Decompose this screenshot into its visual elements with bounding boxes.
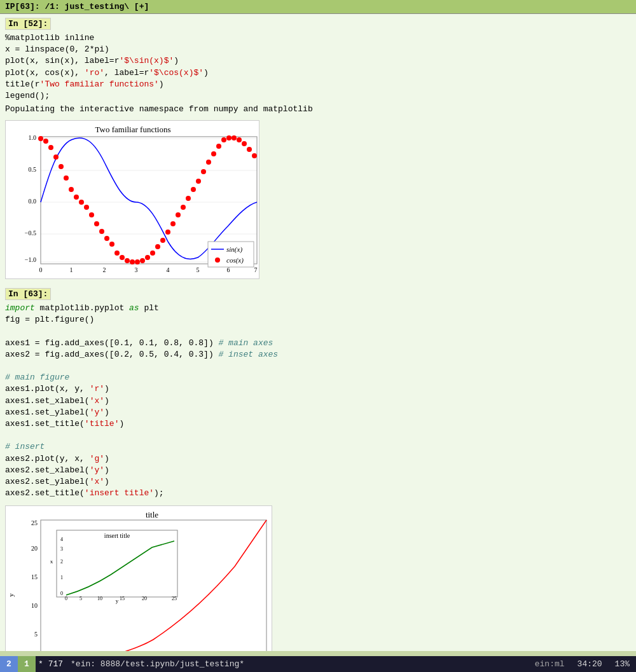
svg-text:5: 5: [34, 631, 38, 638]
svg-point-39: [140, 258, 145, 263]
svg-point-21: [48, 145, 53, 150]
status-num1: 2: [0, 656, 18, 672]
svg-text:4: 4: [167, 266, 170, 273]
svg-text:1.0: 1.0: [29, 134, 37, 141]
svg-text:−0.5: −0.5: [25, 230, 36, 237]
plot-1-svg: Two familiar functions 1.0 0.5 0.0 −0.5 …: [5, 120, 259, 279]
svg-point-25: [69, 187, 74, 192]
svg-point-28: [84, 205, 89, 210]
svg-text:10: 10: [97, 596, 102, 601]
svg-point-24: [64, 175, 69, 181]
cell-52-content: %matplotlib inline x = linspace(0, 2*pi)…: [0, 31, 636, 103]
svg-text:6: 6: [227, 266, 230, 273]
svg-point-20: [43, 139, 48, 144]
svg-point-38: [135, 259, 140, 264]
svg-text:25: 25: [172, 596, 177, 601]
svg-text:3: 3: [60, 546, 63, 552]
svg-point-41: [150, 250, 155, 256]
status-bar: 2 1 * 717 *ein: 8888/test.ipynb/just_tes…: [0, 656, 636, 672]
status-percent: 13%: [609, 659, 636, 669]
svg-point-65: [215, 257, 220, 263]
svg-point-36: [125, 258, 130, 263]
svg-text:−1.0: −1.0: [25, 256, 36, 263]
svg-point-37: [130, 259, 135, 264]
status-indicator: * 717: [36, 659, 66, 669]
svg-point-23: [59, 164, 64, 169]
svg-text:insert title: insert title: [104, 532, 130, 539]
svg-point-53: [211, 151, 216, 156]
svg-text:0.5: 0.5: [29, 166, 37, 173]
svg-point-33: [109, 242, 114, 247]
svg-text:0.0: 0.0: [29, 198, 37, 205]
svg-text:sin(x): sin(x): [226, 245, 242, 254]
status-position: 34:20: [571, 659, 609, 669]
svg-point-58: [237, 137, 242, 142]
svg-point-40: [145, 255, 150, 260]
svg-point-22: [53, 154, 59, 160]
svg-point-31: [99, 229, 104, 234]
svg-point-45: [170, 221, 176, 226]
svg-point-55: [221, 137, 226, 142]
svg-text:y: y: [116, 598, 119, 604]
plot-2-container: title y x 0 5 10 15 20 25 0 1 2 3 4 5: [0, 503, 636, 651]
cell-52-output: Populating the interactive namespace fro…: [0, 103, 636, 115]
title-text: IP[63]: /1: just_testing\ [+]: [5, 2, 149, 11]
svg-text:y: y: [7, 593, 15, 597]
svg-point-32: [104, 236, 109, 241]
svg-text:7: 7: [254, 266, 258, 273]
svg-point-51: [201, 169, 206, 174]
plot-2-svg: title y x 0 5 10 15 20 25 0 1 2 3 4 5: [5, 505, 272, 651]
svg-text:15: 15: [120, 596, 125, 601]
svg-text:20: 20: [31, 545, 38, 552]
svg-point-35: [120, 255, 125, 260]
svg-point-34: [114, 250, 120, 256]
svg-point-30: [94, 221, 99, 226]
status-mode: ein:ml: [529, 659, 571, 669]
svg-point-50: [196, 179, 201, 184]
svg-text:0: 0: [60, 591, 63, 596]
cell-63-content: import matplotlib.pyplot as plt fig = pl…: [0, 301, 636, 500]
svg-text:5: 5: [197, 266, 200, 273]
svg-text:3: 3: [135, 266, 138, 273]
svg-point-60: [247, 147, 252, 152]
svg-text:2: 2: [60, 559, 63, 565]
svg-text:0: 0: [39, 266, 43, 273]
svg-text:15: 15: [31, 573, 38, 580]
plot-2-title: title: [146, 510, 158, 519]
svg-point-44: [165, 230, 170, 235]
svg-text:2: 2: [103, 266, 106, 273]
svg-point-57: [232, 135, 237, 141]
svg-text:0: 0: [65, 596, 67, 601]
svg-text:cos(x): cos(x): [226, 256, 244, 264]
cell-52: In [52]: %matplotlib inline x = linspace…: [0, 14, 636, 118]
svg-point-56: [226, 135, 232, 141]
status-filename: *ein: 8888/test.ipynb/just_testing*: [66, 659, 529, 669]
svg-point-19: [38, 136, 43, 141]
svg-point-54: [216, 144, 221, 149]
svg-rect-82: [57, 530, 177, 597]
notebook: In [52]: %matplotlib inline x = linspace…: [0, 14, 636, 651]
svg-point-43: [160, 238, 165, 243]
svg-point-42: [155, 244, 160, 249]
title-bar: IP[63]: /1: just_testing\ [+]: [0, 0, 636, 14]
cell-63: In [63]: import matplotlib.pyplot as plt…: [0, 284, 636, 503]
status-num2: 1: [18, 656, 36, 672]
plot-1-container: Two familiar functions 1.0 0.5 0.0 −0.5 …: [0, 118, 636, 284]
svg-text:1: 1: [70, 266, 73, 273]
svg-point-26: [74, 195, 79, 200]
svg-text:20: 20: [142, 596, 147, 601]
svg-point-52: [206, 160, 211, 165]
sin-curve: [41, 138, 257, 259]
svg-point-46: [176, 212, 181, 217]
svg-point-48: [186, 196, 191, 201]
svg-point-29: [89, 212, 94, 217]
svg-text:4: 4: [60, 537, 63, 542]
svg-point-27: [79, 200, 84, 205]
svg-point-47: [181, 205, 186, 210]
svg-text:x: x: [50, 558, 53, 565]
svg-text:1: 1: [60, 575, 63, 580]
cell-63-label[interactable]: In [63]:: [5, 288, 51, 300]
cell-52-label[interactable]: In [52]:: [5, 18, 51, 30]
svg-point-61: [252, 153, 257, 158]
svg-text:10: 10: [31, 602, 38, 609]
